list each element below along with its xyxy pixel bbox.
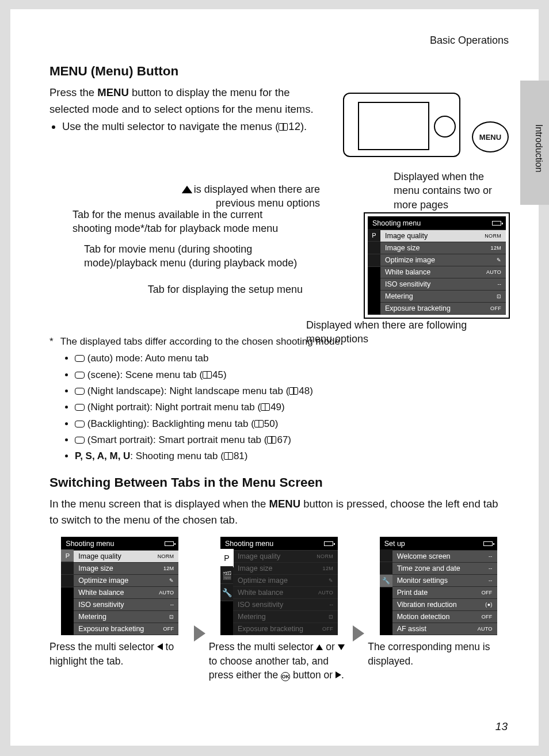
mode-note-item: (Night landscape): Night landscape menu …	[75, 383, 509, 399]
flow-arrow-icon	[194, 625, 205, 642]
menu-title: Shooting menu	[372, 219, 421, 227]
menu-item: Time zone and date--	[392, 563, 497, 575]
menu-tabs: P	[61, 549, 74, 635]
menu-item: Optimize image✎	[74, 575, 178, 587]
mode-icon	[75, 355, 85, 362]
menu-tabs: P	[368, 229, 380, 315]
menu-item: White balanceAUTO	[233, 587, 338, 599]
menu-item: White balanceAUTO	[74, 587, 178, 599]
menu-item: Image size12M	[380, 242, 506, 254]
menu-item: Print dateOFF	[392, 587, 497, 599]
menu-item: Optimize image✎	[380, 254, 506, 266]
mode-note-item: (Smart portrait): Smart portrait menu ta…	[75, 432, 509, 448]
menu-item: AF assistAUTO	[392, 623, 497, 635]
menu-item: Image qualityNORM	[74, 551, 178, 563]
menu-item: ISO sensitivity--	[74, 599, 178, 611]
step3-screen: Set up 🔧 Welcome screen--Time zone and d…	[380, 537, 497, 635]
annotation-prev-page: is displayed when there are previous men…	[153, 182, 320, 211]
flow-arrow-icon	[353, 625, 364, 642]
mode-note-item: P, S, A, M, U: Shooting menu tab (81)	[75, 448, 509, 464]
page-title: MENU (Menu) Button	[49, 64, 509, 79]
annotation-tab3: Tab for displaying the setup menu	[119, 282, 303, 296]
up-arrow-icon	[316, 644, 323, 650]
menu-item: ISO sensitivity--	[380, 278, 506, 291]
menu-item: White balanceAUTO	[380, 266, 506, 278]
mode-icon	[75, 404, 85, 411]
mode-note-item: (Backlighting): Backlighting menu tab (5…	[75, 416, 509, 432]
mode-note-item: (scene): Scene menu tab (45)	[75, 367, 509, 383]
book-icon	[224, 452, 233, 460]
menu-item: Motion detectionOFF	[392, 611, 497, 623]
menu-item: Metering⊡	[233, 611, 338, 623]
menu-item: Exposure bracketingOFF	[74, 623, 178, 635]
ok-button-icon: OK	[281, 672, 290, 681]
mode-icon	[75, 421, 85, 427]
intro-bullet: Use the multi selector to navigate the m…	[62, 119, 327, 135]
subheading: Switching Between Tabs in the Menu Scree…	[49, 475, 509, 490]
menu-item: Metering⊡	[380, 291, 506, 303]
annotation-tab2: Tab for movie menu (during shooting mode…	[84, 242, 314, 270]
menu-button-callout: MENU	[472, 121, 509, 152]
menu-item: Image qualityNORM	[233, 551, 338, 563]
menu-item: Metering⊡	[74, 611, 178, 623]
menu-item: Optimize image✎	[233, 575, 338, 587]
menu-tabs-highlighted: P🎬🔧	[220, 549, 233, 635]
menu-screen-example: Shooting menu P Image qualityNORMImage s…	[365, 213, 509, 318]
left-arrow-icon	[157, 643, 163, 650]
menu-tabs: 🔧	[380, 549, 392, 635]
section-tab-label: Introduction	[533, 124, 544, 173]
mode-icon	[75, 372, 85, 379]
menu-item: Welcome screen--	[392, 551, 497, 563]
menu-item: Exposure bracketingOFF	[233, 623, 338, 635]
annotation-multipage: Displayed when the menu contains two or …	[394, 170, 509, 212]
book-icon	[279, 123, 288, 131]
menu-item: Image size12M	[233, 563, 338, 575]
step3-caption: The corresponding menu is displayed.	[368, 640, 509, 668]
right-arrow-icon	[336, 671, 341, 678]
annotation-next-page: Displayed when there are following menu …	[306, 318, 490, 346]
camera-diagram: MENU	[336, 85, 509, 171]
book-icon	[267, 436, 276, 444]
book-icon	[254, 420, 264, 427]
mode-note-item: (auto) mode: Auto menu tab	[75, 350, 509, 366]
mode-icon	[75, 388, 85, 395]
up-triangle-icon	[183, 187, 191, 193]
menu-item: Vibration reduction(●)	[392, 599, 497, 611]
menu-item: Exposure bracketingOFF	[380, 303, 506, 315]
book-icon	[203, 371, 212, 379]
down-arrow-icon	[338, 644, 345, 650]
battery-icon	[492, 221, 501, 226]
step2-screen: Shooting menu P🎬🔧 Image qualityNORMImage…	[220, 537, 338, 635]
subheading-paragraph: In the menu screen that is displayed whe…	[49, 496, 509, 529]
section-header: Basic Operations	[49, 35, 509, 47]
intro-paragraph: Press the MENU button to display the men…	[49, 85, 327, 117]
step2-caption: Press the multi selector or to choose an…	[209, 640, 350, 682]
page-number: 13	[495, 720, 508, 733]
annotation-tab1: Tab for the menus available in the curre…	[73, 208, 300, 236]
menu-item: Image qualityNORM	[380, 230, 506, 242]
menu-item: ISO sensitivity--	[233, 599, 338, 611]
menu-item: Monitor settings--	[392, 575, 497, 587]
step1-screen: Shooting menu P Image qualityNORMImage s…	[61, 537, 178, 635]
book-icon	[261, 403, 270, 411]
mode-note-item: (Night portrait): Night portrait menu ta…	[75, 399, 509, 415]
menu-item: Image size12M	[74, 563, 178, 575]
step1-caption: Press the multi selector to highlight th…	[49, 640, 190, 668]
book-icon	[289, 387, 298, 395]
mode-icon	[75, 437, 85, 444]
